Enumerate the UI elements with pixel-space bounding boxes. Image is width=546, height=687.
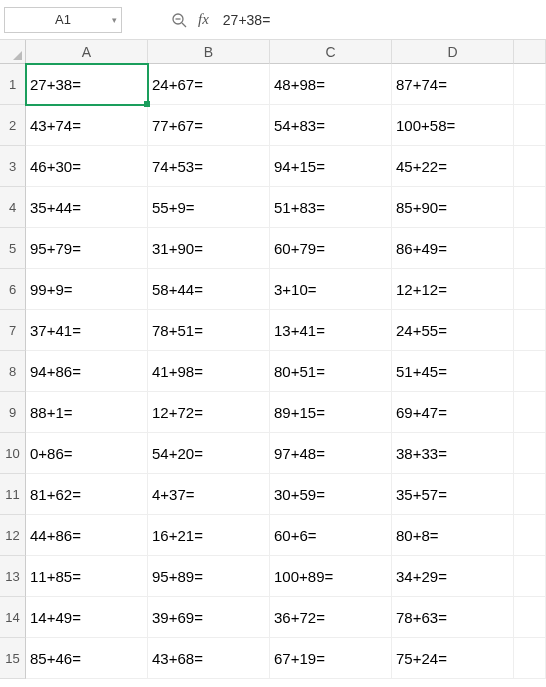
cell[interactable]: 85+46= (26, 638, 148, 679)
cell[interactable]: 24+55= (392, 310, 514, 351)
cell[interactable]: 54+83= (270, 105, 392, 146)
cell[interactable]: 78+63= (392, 597, 514, 638)
cell[interactable] (514, 187, 546, 228)
cell[interactable]: 74+53= (148, 146, 270, 187)
cell[interactable]: 99+9= (26, 269, 148, 310)
column-header-c[interactable]: C (270, 40, 392, 64)
row-header[interactable]: 10 (0, 433, 26, 474)
row-header[interactable]: 14 (0, 597, 26, 638)
row-header[interactable]: 11 (0, 474, 26, 515)
cell[interactable] (514, 515, 546, 556)
cell[interactable]: 35+57= (392, 474, 514, 515)
cell[interactable]: 89+15= (270, 392, 392, 433)
cell[interactable]: 85+90= (392, 187, 514, 228)
column-header-e[interactable] (514, 40, 546, 64)
cell[interactable] (514, 433, 546, 474)
cell[interactable]: 24+67= (148, 64, 270, 105)
column-header-a[interactable]: A (26, 40, 148, 64)
cell[interactable]: 36+72= (270, 597, 392, 638)
cell[interactable]: 81+62= (26, 474, 148, 515)
row-header[interactable]: 15 (0, 638, 26, 679)
cell[interactable]: 43+68= (148, 638, 270, 679)
cell[interactable]: 60+79= (270, 228, 392, 269)
cell[interactable] (514, 597, 546, 638)
column-header-d[interactable]: D (392, 40, 514, 64)
row-header[interactable]: 13 (0, 556, 26, 597)
row-header[interactable]: 4 (0, 187, 26, 228)
cell[interactable]: 78+51= (148, 310, 270, 351)
cell[interactable]: 95+89= (148, 556, 270, 597)
zoom-out-icon[interactable] (170, 11, 188, 29)
cell[interactable] (514, 105, 546, 146)
row-header[interactable]: 9 (0, 392, 26, 433)
row-header[interactable]: 3 (0, 146, 26, 187)
cell[interactable]: 60+6= (270, 515, 392, 556)
cell[interactable]: 38+33= (392, 433, 514, 474)
cell[interactable]: 30+59= (270, 474, 392, 515)
cell[interactable]: 54+20= (148, 433, 270, 474)
cell[interactable]: 75+24= (392, 638, 514, 679)
cell[interactable]: 86+49= (392, 228, 514, 269)
cell[interactable]: 12+72= (148, 392, 270, 433)
formula-input[interactable] (217, 7, 542, 33)
cell[interactable] (514, 474, 546, 515)
cell[interactable]: 100+58= (392, 105, 514, 146)
cell[interactable]: 94+86= (26, 351, 148, 392)
cell[interactable] (514, 556, 546, 597)
cell[interactable]: 16+21= (148, 515, 270, 556)
cell[interactable]: 69+47= (392, 392, 514, 433)
cell[interactable]: 67+19= (270, 638, 392, 679)
cell[interactable] (514, 146, 546, 187)
cell[interactable]: 35+44= (26, 187, 148, 228)
cell[interactable] (514, 228, 546, 269)
cell[interactable]: 80+51= (270, 351, 392, 392)
cell[interactable]: 37+41= (26, 310, 148, 351)
row-header[interactable]: 6 (0, 269, 26, 310)
cell[interactable]: 97+48= (270, 433, 392, 474)
cell[interactable] (514, 638, 546, 679)
cell[interactable]: 88+1= (26, 392, 148, 433)
cell[interactable]: 94+15= (270, 146, 392, 187)
cell[interactable] (514, 269, 546, 310)
cell[interactable]: 80+8= (392, 515, 514, 556)
name-box[interactable]: A1 ▾ (4, 7, 122, 33)
row-header[interactable]: 1 (0, 64, 26, 105)
cell[interactable]: 43+74= (26, 105, 148, 146)
cell[interactable]: 3+10= (270, 269, 392, 310)
cell[interactable]: 95+79= (26, 228, 148, 269)
chevron-down-icon[interactable]: ▾ (112, 15, 117, 25)
row-header[interactable]: 12 (0, 515, 26, 556)
cell[interactable]: 11+85= (26, 556, 148, 597)
fx-icon[interactable]: fx (198, 11, 209, 28)
cell[interactable]: 31+90= (148, 228, 270, 269)
cell[interactable]: 46+30= (26, 146, 148, 187)
row-header[interactable]: 2 (0, 105, 26, 146)
cell[interactable]: 14+49= (26, 597, 148, 638)
cell[interactable] (514, 64, 546, 105)
cell[interactable]: 87+74= (392, 64, 514, 105)
cell[interactable]: 51+83= (270, 187, 392, 228)
select-all-corner[interactable] (0, 40, 26, 64)
column-header-b[interactable]: B (148, 40, 270, 64)
cell[interactable]: 45+22= (392, 146, 514, 187)
cell[interactable]: 48+98= (270, 64, 392, 105)
cell[interactable] (514, 310, 546, 351)
cell[interactable]: 44+86= (26, 515, 148, 556)
cell[interactable]: 100+89= (270, 556, 392, 597)
cell[interactable] (514, 392, 546, 433)
cell[interactable]: 13+41= (270, 310, 392, 351)
cell[interactable]: 41+98= (148, 351, 270, 392)
row-header[interactable]: 5 (0, 228, 26, 269)
cell[interactable]: 39+69= (148, 597, 270, 638)
cell[interactable] (514, 351, 546, 392)
cell[interactable]: 34+29= (392, 556, 514, 597)
cell[interactable]: 77+67= (148, 105, 270, 146)
cell[interactable]: 12+12= (392, 269, 514, 310)
cell[interactable]: 27+38= (26, 64, 148, 105)
cell[interactable]: 58+44= (148, 269, 270, 310)
row-header[interactable]: 8 (0, 351, 26, 392)
cell[interactable]: 55+9= (148, 187, 270, 228)
cell[interactable]: 0+86= (26, 433, 148, 474)
cell[interactable]: 4+37= (148, 474, 270, 515)
row-header[interactable]: 7 (0, 310, 26, 351)
